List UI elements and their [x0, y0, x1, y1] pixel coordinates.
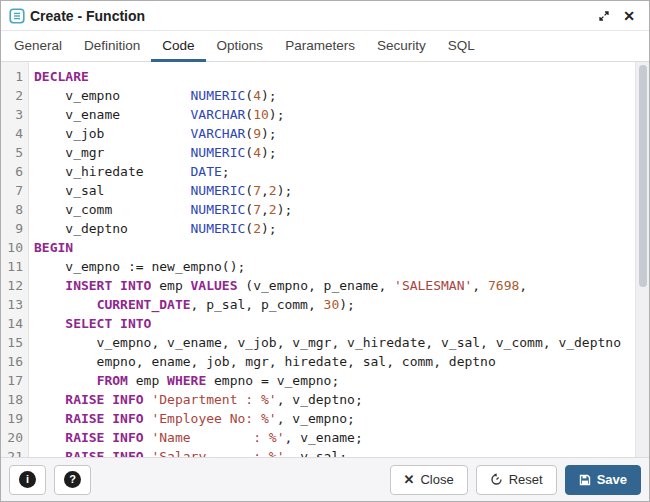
code-line: CURRENT_DATE, p_sal, p_comm, 30); [34, 295, 635, 314]
close-icon[interactable]: ✕ [619, 6, 639, 26]
code-line: v_deptno NUMERIC(2); [34, 219, 635, 238]
tab-security[interactable]: Security [366, 31, 437, 62]
line-number: 15 [1, 333, 23, 352]
sql-help-button[interactable]: i [9, 465, 46, 495]
function-icon [9, 8, 25, 24]
line-number: 7 [1, 181, 23, 200]
dialog-help-button[interactable]: ? [54, 465, 91, 495]
line-number: 14 [1, 314, 23, 333]
close-x-icon: ✕ [404, 473, 415, 486]
tab-code[interactable]: Code [151, 31, 205, 62]
info-icon: i [19, 471, 36, 488]
code-content[interactable]: DECLARE v_empno NUMERIC(4); v_ename VARC… [29, 62, 635, 457]
save-button-label: Save [597, 472, 627, 487]
line-number: 13 [1, 295, 23, 314]
save-icon [579, 474, 591, 486]
code-line: v_comm NUMERIC(7,2); [34, 200, 635, 219]
line-number: 19 [1, 409, 23, 428]
tab-sql[interactable]: SQL [437, 31, 486, 62]
tab-definition[interactable]: Definition [73, 31, 151, 62]
line-number: 16 [1, 352, 23, 371]
code-line: v_empno, v_ename, v_job, v_mgr, v_hireda… [34, 333, 635, 352]
line-number: 4 [1, 124, 23, 143]
code-line: BEGIN [34, 238, 635, 257]
create-function-dialog: Create - Function ✕ GeneralDefinitionCod… [0, 0, 650, 502]
code-line: v_ename VARCHAR(10); [34, 105, 635, 124]
footer-bar: i ? ✕ Close Reset [1, 457, 649, 501]
line-number: 12 [1, 276, 23, 295]
code-line: empno, ename, job, mgr, hiredate, sal, c… [34, 352, 635, 371]
help-icon: ? [64, 471, 81, 488]
code-line: v_hiredate DATE; [34, 162, 635, 181]
close-button[interactable]: ✕ Close [390, 465, 468, 495]
line-number: 17 [1, 371, 23, 390]
line-numbers: 123456789101112131415161718192021 [1, 62, 29, 457]
code-line: SELECT INTO [34, 314, 635, 333]
reset-icon [490, 473, 503, 486]
code-editor[interactable]: 123456789101112131415161718192021 DECLAR… [1, 62, 649, 457]
dialog-title: Create - Function [30, 8, 145, 24]
code-line: v_empno := new_empno(); [34, 257, 635, 276]
code-line: v_empno NUMERIC(4); [34, 86, 635, 105]
line-number: 21 [1, 447, 23, 457]
line-number: 11 [1, 257, 23, 276]
close-button-label: Close [420, 472, 453, 487]
editor-scrollbar[interactable] [635, 62, 649, 457]
line-number: 5 [1, 143, 23, 162]
tab-general[interactable]: General [3, 31, 73, 62]
code-line: RAISE INFO 'Salary : %', v_sal; [34, 447, 635, 457]
title-bar: Create - Function ✕ [1, 1, 649, 31]
code-line: v_mgr NUMERIC(4); [34, 143, 635, 162]
line-number: 2 [1, 86, 23, 105]
save-button[interactable]: Save [565, 465, 641, 495]
line-number: 6 [1, 162, 23, 181]
code-line: RAISE INFO 'Employee No: %', v_empno; [34, 409, 635, 428]
line-number: 10 [1, 238, 23, 257]
tab-options[interactable]: Options [206, 31, 275, 62]
expand-icon[interactable] [594, 6, 614, 26]
code-line: DECLARE [34, 67, 635, 86]
line-number: 18 [1, 390, 23, 409]
reset-button-label: Reset [509, 472, 543, 487]
line-number: 3 [1, 105, 23, 124]
tab-bar: GeneralDefinitionCodeOptionsParametersSe… [1, 31, 649, 62]
line-number: 9 [1, 219, 23, 238]
code-line: INSERT INTO emp VALUES (v_empno, p_ename… [34, 276, 635, 295]
line-number: 20 [1, 428, 23, 447]
code-line: RAISE INFO 'Department : %', v_deptno; [34, 390, 635, 409]
reset-button[interactable]: Reset [476, 465, 557, 495]
line-number: 1 [1, 67, 23, 86]
code-line: v_job VARCHAR(9); [34, 124, 635, 143]
tab-parameters[interactable]: Parameters [274, 31, 366, 62]
code-line: FROM emp WHERE empno = v_empno; [34, 371, 635, 390]
line-number: 8 [1, 200, 23, 219]
code-line: v_sal NUMERIC(7,2); [34, 181, 635, 200]
code-line: RAISE INFO 'Name : %', v_ename; [34, 428, 635, 447]
scrollbar-thumb[interactable] [639, 65, 647, 287]
